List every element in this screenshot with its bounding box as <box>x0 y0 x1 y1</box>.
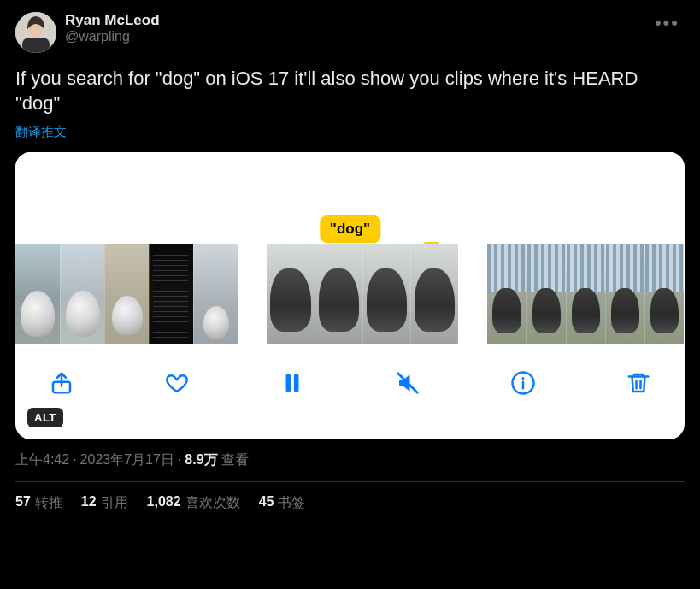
alt-badge[interactable]: ALT <box>27 408 63 427</box>
tweet-header: Ryan McLeod @warpling ••• <box>15 12 685 53</box>
media-header: "dog" <box>15 152 685 244</box>
pause-icon[interactable] <box>274 364 311 402</box>
tweet-container: Ryan McLeod @warpling ••• If you search … <box>0 0 700 519</box>
clip-group[interactable] <box>15 244 238 344</box>
tweet-text: If you search for "dog" on iOS 17 it'll … <box>15 67 685 115</box>
info-icon[interactable] <box>504 364 542 402</box>
svg-rect-2 <box>22 38 50 53</box>
quotes-label: 引用 <box>101 494 128 512</box>
svg-rect-4 <box>286 374 291 392</box>
media-card[interactable]: "dog" <box>15 152 685 439</box>
timeline-strip[interactable] <box>15 244 685 344</box>
views-count[interactable]: 8.9万 <box>185 452 217 467</box>
tweet-time[interactable]: 上午4:42 <box>15 452 69 467</box>
quotes-stat[interactable]: 12 引用 <box>81 494 128 512</box>
bookmarks-label: 书签 <box>278 494 305 512</box>
thumbnail[interactable] <box>526 244 566 344</box>
user-block: Ryan McLeod @warpling <box>65 12 160 44</box>
clip-group[interactable] <box>267 244 458 344</box>
display-name[interactable]: Ryan McLeod <box>65 12 160 29</box>
media-tag: "dog" <box>320 215 380 243</box>
likes-count: 1,082 <box>147 494 181 512</box>
thumbnail[interactable] <box>315 244 362 344</box>
thumbnail[interactable] <box>104 244 149 344</box>
avatar[interactable] <box>15 12 56 53</box>
views-label: 查看 <box>221 452 249 467</box>
bookmarks-count: 45 <box>259 494 274 512</box>
tweet-date[interactable]: 2023年7月17日 <box>80 452 174 467</box>
heart-icon[interactable] <box>158 364 196 402</box>
retweets-count: 57 <box>15 494 31 512</box>
thumbnail[interactable] <box>193 244 238 344</box>
thumbnail[interactable] <box>362 244 410 344</box>
more-button[interactable]: ••• <box>650 12 685 34</box>
thumbnail[interactable] <box>487 244 526 344</box>
svg-point-9 <box>522 377 525 380</box>
thumbnail[interactable] <box>267 244 315 344</box>
tweet-meta: 上午4:42·2023年7月17日·8.9万 查看 <box>15 451 685 469</box>
user-handle[interactable]: @warpling <box>65 29 160 44</box>
divider <box>15 481 685 482</box>
retweets-stat[interactable]: 57 转推 <box>15 494 62 512</box>
thumbnail[interactable] <box>605 244 644 344</box>
trash-icon[interactable] <box>620 364 657 402</box>
thumbnail[interactable] <box>60 244 104 344</box>
thumbnail[interactable] <box>644 244 684 344</box>
thumbnail[interactable] <box>15 244 60 344</box>
share-icon[interactable] <box>43 364 80 402</box>
engagement-stats: 57 转推 12 引用 1,082 喜欢次数 45 书签 <box>15 494 685 512</box>
likes-stat[interactable]: 1,082 喜欢次数 <box>147 494 240 512</box>
svg-rect-5 <box>294 374 299 392</box>
retweets-label: 转推 <box>35 494 62 512</box>
thumbnail[interactable] <box>149 244 193 344</box>
thumbnail[interactable] <box>566 244 605 344</box>
translate-link[interactable]: 翻译推文 <box>15 124 67 140</box>
media-toolbar <box>15 344 685 422</box>
thumbnail[interactable] <box>410 244 458 344</box>
quotes-count: 12 <box>81 494 97 512</box>
mute-icon[interactable] <box>389 364 426 402</box>
bookmarks-stat[interactable]: 45 书签 <box>259 494 306 512</box>
likes-label: 喜欢次数 <box>185 494 240 512</box>
clip-group[interactable] <box>487 244 684 344</box>
